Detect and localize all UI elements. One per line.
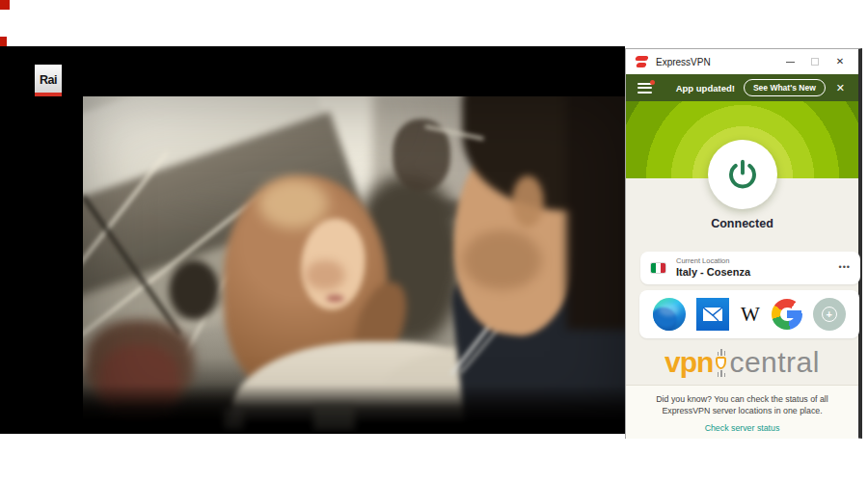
notification-dot (650, 80, 655, 85)
shortcut-edge[interactable] (653, 298, 686, 331)
maximize-icon (811, 58, 819, 66)
connection-status: Connected (626, 217, 858, 230)
add-shortcut-button[interactable]: + (813, 298, 846, 331)
whats-new-button[interactable]: See What's New (744, 79, 826, 96)
window-title: ExpressVPN (656, 57, 711, 67)
maximize-button[interactable] (802, 51, 827, 72)
minimize-button[interactable] (777, 51, 802, 72)
video-frame (83, 96, 625, 432)
power-icon (725, 157, 760, 192)
google-icon (772, 299, 802, 330)
wikipedia-icon: W (739, 301, 762, 328)
close-icon: ✕ (836, 57, 844, 67)
italy-flag-icon (650, 262, 666, 274)
shortcut-google[interactable] (772, 299, 802, 330)
shortcut-mail[interactable] (696, 298, 729, 331)
rai-logo-text: Rai (35, 73, 62, 87)
location-menu-button[interactable]: ••• (839, 262, 851, 272)
update-banner: App updated! See What's New ✕ (626, 74, 858, 101)
did-you-know-line1: Did you know? You can check the status o… (626, 394, 858, 406)
minimize-icon (786, 62, 795, 63)
expressvpn-logo-icon (636, 56, 649, 67)
screen: Rai ExpressVPN ✕ App updated! See What's… (0, 0, 868, 482)
mail-icon (696, 298, 729, 331)
vignette (83, 96, 625, 432)
check-server-status-link[interactable]: Check server status (705, 423, 780, 433)
red-marker (0, 37, 7, 46)
did-you-know-section: Did you know? You can check the status o… (626, 385, 858, 439)
edge-icon (653, 298, 686, 331)
rai-channel-logo: Rai (35, 65, 62, 96)
location-value: Italy - Cosenza (676, 266, 750, 278)
did-you-know-line2: ExpressVPN server locations in one place… (626, 406, 858, 417)
red-marker (0, 0, 10, 10)
shortcut-wikipedia[interactable]: W (739, 301, 762, 328)
current-location-card[interactable]: Current Location Italy - Cosenza ••• (640, 252, 860, 284)
menu-button[interactable] (637, 83, 652, 94)
window-controls: ✕ (777, 51, 853, 72)
expressvpn-window: ExpressVPN ✕ App updated! See What's New… (625, 48, 862, 439)
plus-icon: + (813, 298, 846, 331)
location-label: Current Location (676, 256, 729, 265)
banner-close-button[interactable]: ✕ (834, 81, 847, 95)
update-message: App updated! (676, 83, 735, 94)
watermark-vpn-text: vpn (665, 346, 713, 379)
close-button[interactable]: ✕ (827, 51, 853, 72)
window-title-bar[interactable]: ExpressVPN ✕ (626, 49, 858, 74)
connect-button[interactable] (708, 140, 777, 209)
shortcuts-card: W + (639, 290, 859, 338)
rai-logo-red-bar (35, 93, 62, 96)
video-player[interactable]: Rai (0, 46, 625, 434)
watermark-central-text: central (729, 346, 820, 379)
shield-icon (716, 349, 726, 377)
vpncentral-watermark: vpn central (626, 342, 858, 383)
